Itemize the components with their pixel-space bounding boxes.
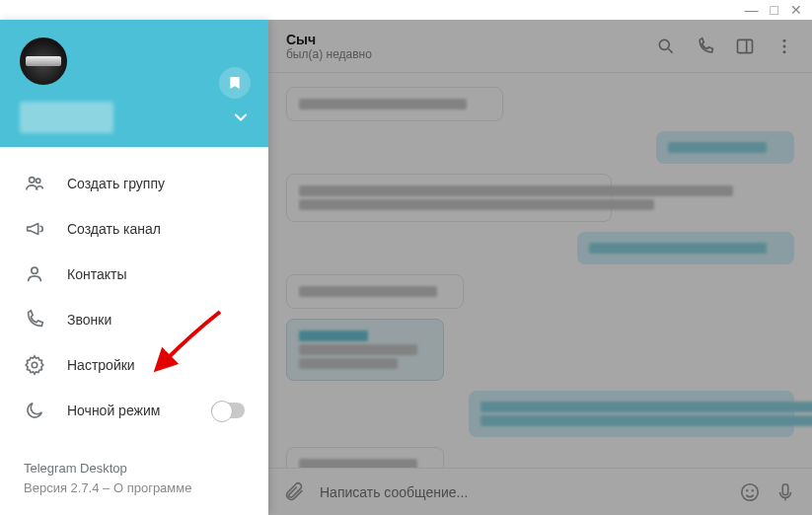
menu-item-label: Настройки — [67, 357, 135, 373]
menu-item-calls[interactable]: Звонки — [0, 297, 268, 342]
minimize-button[interactable]: — — [745, 2, 759, 18]
megaphone-icon — [24, 218, 45, 240]
moon-icon — [24, 400, 45, 421]
menu-item-label: Создать группу — [67, 176, 165, 191]
drawer-menu: Создать группу Создать канал Контакты Зв… — [0, 147, 268, 447]
menu-item-label: Звонки — [67, 312, 111, 328]
window-titlebar: — □ ✕ — [0, 0, 812, 20]
bookmark-icon — [227, 75, 243, 91]
group-icon — [24, 173, 45, 194]
saved-messages-button[interactable] — [219, 67, 251, 99]
version-line[interactable]: Версия 2.7.4 – О программе — [24, 478, 245, 498]
chevron-down-icon[interactable] — [231, 108, 251, 127]
menu-item-label: Создать канал — [67, 221, 161, 237]
menu-item-settings[interactable]: Настройки — [0, 342, 268, 388]
svg-point-1 — [36, 179, 39, 183]
drawer-footer: Telegram Desktop Версия 2.7.4 – О програ… — [0, 447, 268, 515]
username-blurred — [20, 102, 113, 133]
phone-icon — [24, 309, 45, 331]
menu-item-new-group[interactable]: Создать группу — [0, 161, 268, 206]
maximize-button[interactable]: □ — [771, 2, 778, 18]
chat-dim-overlay[interactable] — [268, 20, 812, 515]
sidebar-drawer: Создать группу Создать канал Контакты Зв… — [0, 20, 268, 515]
avatar[interactable] — [20, 37, 67, 85]
menu-item-night-mode[interactable]: Ночной режим — [0, 388, 268, 433]
close-button[interactable]: ✕ — [790, 2, 802, 18]
drawer-header — [0, 20, 268, 147]
svg-point-2 — [32, 267, 37, 273]
app-name: Telegram Desktop — [24, 459, 245, 478]
gear-icon — [24, 354, 45, 376]
menu-item-contacts[interactable]: Контакты — [0, 252, 268, 297]
menu-item-new-channel[interactable]: Создать канал — [0, 206, 268, 252]
chat-area: Сыч был(а) недавно — [268, 20, 812, 515]
menu-item-label: Ночной режим — [67, 403, 160, 418]
svg-point-3 — [32, 362, 37, 368]
person-icon — [24, 263, 45, 285]
night-mode-toggle[interactable] — [211, 403, 245, 418]
menu-item-label: Контакты — [67, 266, 126, 282]
svg-point-0 — [30, 178, 36, 184]
